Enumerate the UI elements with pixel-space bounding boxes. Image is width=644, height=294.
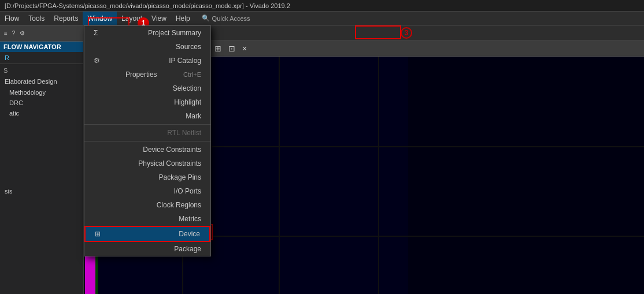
- highlight-label: Highlight: [174, 98, 201, 106]
- menu-item-physical-constraints[interactable]: · Physical Constraints: [84, 157, 210, 170]
- menu-reports[interactable]: Reports: [49, 12, 83, 25]
- menu-item-device[interactable]: ⊞ Device: [84, 226, 210, 242]
- physical-constraints-label: Physical Constraints: [138, 159, 201, 168]
- package-label: Package: [174, 245, 201, 253]
- menu-view[interactable]: View: [147, 12, 171, 25]
- svg-rect-5: [280, 57, 378, 294]
- project-summary-icon: Σ: [94, 29, 98, 37]
- flow-navigator: FLOW NAVIGATOR R S Elaborated Design Met…: [0, 42, 83, 294]
- flow-nav-atic[interactable]: atic: [0, 108, 83, 118]
- title-bar: [D:/Projects/FPGA-Systems/picasso_mode/v…: [0, 0, 644, 12]
- menu-item-selection[interactable]: · Selection: [84, 81, 210, 95]
- selection-label: Selection: [173, 84, 201, 92]
- menu-item-mark[interactable]: · Mark: [84, 109, 210, 123]
- menu-item-project-summary[interactable]: Σ Project Summary: [84, 26, 210, 40]
- toolbar-more[interactable]: ×: [240, 43, 249, 54]
- menu-item-device-constraints[interactable]: · Device Constraints: [84, 143, 210, 157]
- flow-nav-sis[interactable]: sis: [0, 118, 83, 197]
- rtl-netlist-label: RTL Netlist: [167, 129, 201, 137]
- flow-nav-elaborated[interactable]: Elaborated Design: [0, 76, 83, 87]
- menu-item-sources[interactable]: Σ Sources: [84, 40, 210, 54]
- svg-rect-6: [378, 57, 379, 294]
- properties-shortcut: Ctrl+E: [183, 71, 201, 78]
- toolbar-btn-1[interactable]: ≡: [2, 29, 9, 37]
- menu-item-rtl-netlist: · RTL Netlist: [84, 126, 210, 140]
- menu-tools[interactable]: Tools: [24, 12, 49, 25]
- window-dropdown[interactable]: Σ Project Summary Σ Sources ⚙ IP Catalog…: [84, 25, 211, 256]
- properties-label: Properties: [125, 70, 157, 79]
- sep-after-mark: [84, 124, 210, 125]
- io-ports-label: I/O Ports: [174, 187, 201, 195]
- sidebar-toolbar: ≡ ? ⚙: [0, 25, 83, 42]
- menu-bar: Flow Tools Reports Window Layout View He…: [0, 12, 644, 25]
- toolbar-settings[interactable]: ⊞: [212, 43, 224, 54]
- menu-item-metrics[interactable]: · Metrics: [84, 212, 210, 226]
- toolbar-btn-2[interactable]: ?: [10, 29, 17, 37]
- clock-regions-label: Clock Regions: [157, 201, 201, 209]
- device-menu-label: Device: [179, 230, 200, 238]
- sep-after-rtl: [84, 141, 210, 142]
- metrics-label: Metrics: [179, 215, 201, 223]
- quick-access-area: 🔍 Quick Access: [202, 14, 250, 22]
- toolbar-btn-3[interactable]: ⚙: [18, 29, 27, 37]
- package-pins-label: Package Pins: [159, 173, 201, 181]
- annotation-3: 3: [401, 27, 412, 39]
- device-constraints-label: Device Constraints: [143, 146, 201, 154]
- title-text: [D:/Projects/FPGA-Systems/picasso_mode/v…: [5, 2, 290, 9]
- menu-item-clock-regions[interactable]: · Clock Regions: [84, 198, 210, 212]
- menu-help[interactable]: Help: [171, 12, 195, 25]
- menu-item-package[interactable]: · Package: [84, 242, 210, 256]
- search-icon: 🔍: [202, 14, 210, 22]
- flow-nav-item-1[interactable]: R: [0, 52, 83, 64]
- flow-nav-section-s: S: [0, 65, 83, 76]
- menu-item-package-pins[interactable]: · Package Pins: [84, 170, 210, 184]
- sources-label: Sources: [176, 43, 201, 51]
- project-summary-label: Project Summary: [148, 29, 201, 37]
- dropdown-menu: Σ Project Summary Σ Sources ⚙ IP Catalog…: [84, 25, 211, 256]
- flow-nav-drc[interactable]: DRC: [0, 98, 83, 108]
- svg-rect-4: [279, 57, 280, 294]
- quick-access-label: Quick Access: [212, 15, 250, 22]
- ip-catalog-icon: ⚙: [94, 57, 100, 65]
- menu-flow[interactable]: Flow: [0, 12, 24, 25]
- menu-item-ip-catalog[interactable]: ⚙ IP Catalog: [84, 54, 210, 68]
- svg-rect-7: [379, 57, 408, 294]
- toolbar-export[interactable]: ⊡: [226, 43, 238, 54]
- ip-catalog-label: IP Catalog: [169, 57, 201, 65]
- menu-item-properties[interactable]: · Properties Ctrl+E: [84, 68, 210, 81]
- left-sidebar: ≡ ? ⚙ FLOW NAVIGATOR R S Elaborated Desi…: [0, 25, 84, 294]
- device-menu-icon: ⊞: [95, 230, 101, 238]
- flow-navigator-header: FLOW NAVIGATOR: [0, 42, 83, 52]
- menu-item-highlight[interactable]: · Highlight: [84, 95, 210, 109]
- mark-label: Mark: [186, 112, 201, 120]
- flow-nav-methodology[interactable]: Methodology: [0, 87, 83, 98]
- menu-item-io-ports[interactable]: · I/O Ports: [84, 184, 210, 198]
- menu-window[interactable]: Window: [83, 12, 117, 25]
